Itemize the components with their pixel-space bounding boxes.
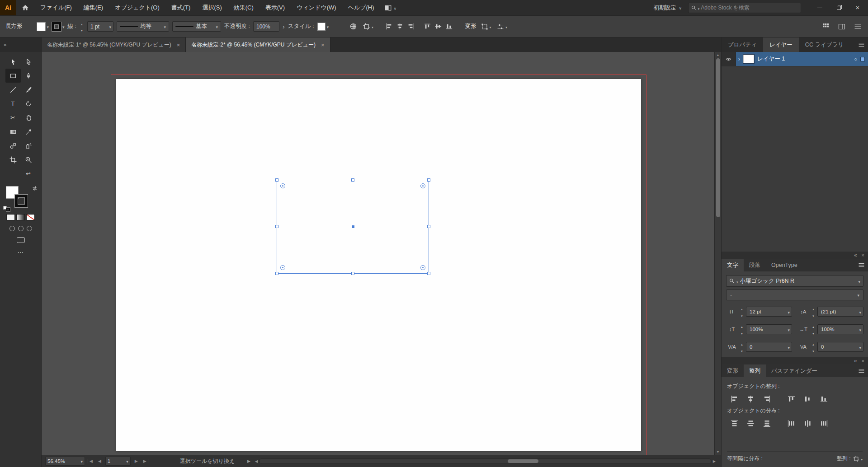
horizontal-scale-input[interactable]: [820, 327, 858, 332]
handle-e[interactable]: [427, 225, 430, 228]
menu-type[interactable]: 書式(T): [165, 0, 197, 15]
tracking-input[interactable]: [820, 344, 858, 350]
vertical-scrollbar[interactable]: [714, 52, 721, 455]
menu-edit[interactable]: 編集(E): [78, 0, 109, 15]
tab-pathfinder[interactable]: パスファインダー: [766, 364, 823, 377]
leading-stepper[interactable]: [811, 305, 816, 318]
toolbar-collapse-icon[interactable]: [4, 42, 7, 48]
layers-empty-area[interactable]: [722, 66, 868, 252]
type-tool[interactable]: T: [5, 97, 21, 111]
close-tab-icon[interactable]: [321, 42, 325, 48]
dock-columns-button[interactable]: [837, 22, 847, 31]
stroke-weight-field[interactable]: [87, 21, 113, 32]
panel-menu-icon[interactable]: [854, 37, 868, 52]
close-button[interactable]: [848, 0, 867, 15]
align-horizontal-left-button[interactable]: [727, 393, 741, 405]
stroke-color-control[interactable]: [52, 22, 65, 31]
gradient-mode-button[interactable]: [16, 214, 25, 220]
font-size-field[interactable]: [746, 307, 792, 317]
align-vertical-top-button[interactable]: [423, 22, 432, 31]
leading-field[interactable]: [817, 307, 863, 317]
menu-object[interactable]: オブジェクト(O): [109, 0, 165, 15]
align-horizontal-center-button[interactable]: [395, 22, 405, 31]
artboard-tool[interactable]: [5, 153, 21, 167]
scroll-left-icon[interactable]: [255, 459, 258, 463]
search-input[interactable]: [701, 5, 798, 11]
recolor-artwork-button[interactable]: [348, 21, 359, 32]
none-mode-button[interactable]: [26, 214, 35, 220]
stroke-weight-stepper[interactable]: [80, 20, 84, 33]
dropdown-icon[interactable]: [109, 23, 111, 30]
search-scope-dropdown-icon[interactable]: [698, 5, 700, 11]
tab-character[interactable]: 文字: [722, 259, 744, 271]
layer-visibility-toggle[interactable]: [722, 52, 736, 66]
horizontal-scrollbar[interactable]: [255, 458, 716, 464]
previous-artboard-button[interactable]: [97, 459, 103, 463]
center-point[interactable]: [352, 225, 354, 228]
default-fill-stroke-icon[interactable]: [3, 206, 10, 211]
scroll-right-icon[interactable]: [713, 459, 716, 463]
distribute-horizontal-center-button[interactable]: [800, 417, 815, 430]
align-horizontal-left-button[interactable]: [384, 22, 394, 31]
stroke-swatch[interactable]: [15, 195, 28, 207]
stock-search-box[interactable]: [688, 3, 801, 13]
more-settings-button[interactable]: [495, 22, 509, 32]
document-tab-2[interactable]: 名称未設定-2* @ 56.45% (CMYK/GPU プレビュー): [186, 37, 330, 52]
corner-widget-nw[interactable]: [280, 183, 285, 188]
close-tab-icon[interactable]: [177, 42, 180, 48]
horizontal-scale-field[interactable]: [817, 324, 863, 334]
kerning-field[interactable]: [746, 342, 792, 352]
font-style-select[interactable]: -: [726, 290, 863, 300]
tracking-stepper[interactable]: [811, 340, 816, 354]
horizontal-scroll-track[interactable]: [259, 458, 712, 464]
document-tab-1[interactable]: 名称未設定-1* @ 56.45% (CMYK/GPU プレビュー): [42, 37, 186, 52]
corner-widget-ne[interactable]: [420, 183, 425, 188]
layer-entry[interactable]: › レイヤー 1 ○: [736, 52, 868, 66]
zoom-tool[interactable]: [21, 153, 36, 167]
grid-view-button[interactable]: [821, 22, 830, 31]
tab-layers[interactable]: レイヤー: [763, 37, 799, 52]
controlbar-menu-button[interactable]: [853, 23, 863, 31]
line-segment-tool[interactable]: [5, 83, 21, 97]
align-vertical-center-button[interactable]: [434, 22, 443, 31]
home-button[interactable]: [16, 0, 34, 15]
blend-tool[interactable]: [5, 139, 21, 153]
arrange-documents-button[interactable]: [380, 0, 401, 15]
handle-ne[interactable]: [427, 178, 430, 182]
eyedropper-tool[interactable]: [21, 125, 36, 139]
align-vertical-bottom-button[interactable]: [444, 22, 454, 31]
rotate-view-tool[interactable]: ↩: [21, 167, 36, 181]
tab-cc-libraries[interactable]: CC ライブラリ: [799, 37, 850, 52]
menu-effect[interactable]: 効果(C): [228, 0, 259, 15]
leading-input[interactable]: [820, 309, 858, 314]
handle-sw[interactable]: [275, 272, 278, 275]
edit-toolbar-button[interactable]: [0, 248, 41, 256]
tab-properties[interactable]: プロパティ: [722, 37, 763, 52]
direct-selection-tool[interactable]: [21, 55, 36, 69]
minimize-button[interactable]: [810, 0, 829, 15]
first-artboard-button[interactable]: [88, 459, 94, 463]
graphic-style-select[interactable]: [317, 23, 329, 31]
distribute-vertical-bottom-button[interactable]: [760, 417, 774, 430]
scroll-down-icon[interactable]: [715, 450, 721, 453]
scissors-tool[interactable]: ✂: [5, 111, 21, 125]
distribute-vertical-top-button[interactable]: [727, 417, 741, 430]
tab-paragraph[interactable]: 段落: [744, 259, 766, 271]
zoom-select[interactable]: [45, 457, 85, 466]
close-panel-icon[interactable]: [862, 358, 864, 364]
opacity-input[interactable]: [255, 23, 277, 30]
rectangle-tool[interactable]: [5, 69, 21, 83]
tab-opentype[interactable]: OpenType: [766, 259, 803, 271]
brush-definition-select[interactable]: 基本: [172, 21, 221, 32]
draw-inside-button[interactable]: [27, 226, 32, 231]
kerning-input[interactable]: [748, 344, 787, 350]
canvas[interactable]: [42, 52, 721, 455]
opacity-options-icon[interactable]: [283, 23, 285, 30]
fill-color-control[interactable]: [37, 22, 49, 31]
align-horizontal-center-button[interactable]: [743, 393, 758, 405]
paintbrush-tool[interactable]: [21, 83, 36, 97]
handle-se[interactable]: [427, 272, 430, 275]
selection-tool[interactable]: [5, 55, 21, 69]
swap-fill-stroke-icon[interactable]: [32, 186, 38, 191]
vertical-scale-field[interactable]: [746, 324, 792, 334]
